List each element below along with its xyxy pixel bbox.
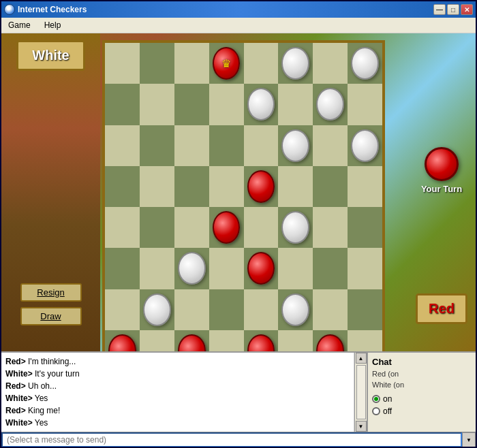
- chat-label: Chat: [372, 357, 472, 367]
- cell-7-6[interactable]: [313, 330, 348, 351]
- cell-5-1: [140, 248, 174, 289]
- cell-2-2: [174, 125, 209, 166]
- chat-messages: Red> I'm thinking...White> It's your tur…: [1, 353, 354, 432]
- menu-bar: Game Help: [1, 18, 476, 33]
- cell-7-2[interactable]: [174, 330, 209, 351]
- cell-0-5[interactable]: [278, 43, 313, 84]
- cell-6-1[interactable]: [140, 289, 174, 330]
- menu-help[interactable]: Help: [40, 19, 65, 31]
- cell-5-2[interactable]: [174, 248, 209, 289]
- cell-2-6: [313, 125, 348, 166]
- cell-4-5[interactable]: [278, 207, 313, 248]
- cell-5-4[interactable]: [244, 248, 279, 289]
- checker-1-4[interactable]: [247, 88, 275, 121]
- checker-4-3[interactable]: [213, 211, 241, 244]
- cell-1-1: [140, 84, 174, 125]
- your-turn-area: Your Turn: [421, 147, 462, 194]
- cell-0-3[interactable]: ♛: [209, 43, 244, 84]
- checker-2-5[interactable]: [281, 129, 309, 162]
- checker-5-4[interactable]: [247, 252, 275, 285]
- cell-6-7[interactable]: [348, 289, 382, 330]
- checkerboard[interactable]: ♛: [102, 40, 385, 351]
- checker-7-4[interactable]: [247, 334, 275, 351]
- cell-6-3[interactable]: [209, 289, 244, 330]
- checker-7-6[interactable]: [316, 334, 344, 351]
- chat-player-red: Red (on: [372, 370, 472, 378]
- cell-5-6[interactable]: [313, 248, 348, 289]
- window-title: Internet Checkers: [18, 5, 433, 14]
- cell-4-3[interactable]: [209, 207, 244, 248]
- board-container: ♛: [102, 40, 385, 351]
- cell-0-7[interactable]: [348, 43, 382, 84]
- radio-on-circle[interactable]: [372, 395, 380, 403]
- cell-0-1[interactable]: [140, 43, 174, 84]
- checker-0-7[interactable]: [351, 47, 379, 80]
- cell-4-0: [105, 207, 140, 248]
- cell-2-7[interactable]: [348, 125, 382, 166]
- cell-3-2[interactable]: [174, 166, 209, 207]
- radio-off-item[interactable]: off: [372, 406, 472, 416]
- radio-on-item[interactable]: on: [372, 394, 472, 404]
- cell-3-4[interactable]: [244, 166, 279, 207]
- cell-7-4[interactable]: [244, 330, 279, 351]
- cell-3-3: [209, 166, 244, 207]
- cell-2-1[interactable]: [140, 125, 174, 166]
- radio-on-label: on: [383, 394, 392, 404]
- close-button[interactable]: ✕: [461, 4, 473, 15]
- maximize-button[interactable]: □: [447, 4, 459, 15]
- cell-3-6[interactable]: [313, 166, 348, 207]
- checker-3-4[interactable]: [247, 170, 275, 203]
- cell-4-1[interactable]: [140, 207, 174, 248]
- menu-game[interactable]: Game: [4, 19, 35, 31]
- radio-off-circle[interactable]: [372, 407, 380, 415]
- cell-2-5[interactable]: [278, 125, 313, 166]
- checker-0-3[interactable]: ♛: [213, 47, 241, 80]
- chat-message: Red> I'm thinking...: [5, 355, 350, 368]
- bottom-area: Red> I'm thinking...White> It's your tur…: [1, 351, 476, 447]
- message-input[interactable]: [1, 432, 462, 447]
- cell-1-0[interactable]: [105, 84, 140, 125]
- checker-7-2[interactable]: [178, 334, 206, 351]
- minimize-button[interactable]: —: [433, 4, 446, 15]
- cell-3-0[interactable]: [105, 166, 140, 207]
- cell-4-2: [174, 207, 209, 248]
- cell-7-3: [209, 330, 244, 351]
- message-dropdown-button[interactable]: ▼: [462, 432, 476, 447]
- cell-1-4[interactable]: [244, 84, 279, 125]
- cell-6-0: [105, 289, 140, 330]
- cell-6-2: [174, 289, 209, 330]
- checker-6-1[interactable]: [143, 293, 171, 326]
- cell-5-5: [278, 248, 313, 289]
- scroll-up-button[interactable]: ▲: [356, 353, 367, 364]
- cell-6-5[interactable]: [278, 289, 313, 330]
- cell-0-6: [313, 43, 348, 84]
- cell-1-6[interactable]: [313, 84, 348, 125]
- resign-button[interactable]: Resign: [20, 283, 82, 302]
- checker-1-6[interactable]: [316, 88, 344, 121]
- checker-7-0[interactable]: [108, 334, 136, 351]
- red-label: Red: [416, 293, 467, 324]
- cell-7-0[interactable]: [105, 330, 140, 351]
- chat-message: Red> Uh oh...: [5, 380, 350, 392]
- cell-1-2[interactable]: [174, 84, 209, 125]
- checker-0-5[interactable]: [281, 47, 309, 80]
- main-content: White Resign Draw ♛ Your Turn Red: [1, 33, 476, 447]
- checker-6-5[interactable]: [281, 293, 309, 326]
- chat-message: White> Yes: [5, 392, 350, 404]
- scroll-down-button[interactable]: ▼: [356, 421, 367, 432]
- cell-1-5: [278, 84, 313, 125]
- cell-1-7: [348, 84, 382, 125]
- checker-5-2[interactable]: [178, 252, 206, 285]
- cell-0-2: [174, 43, 209, 84]
- cell-2-3[interactable]: [209, 125, 244, 166]
- cell-4-7[interactable]: [348, 207, 382, 248]
- cell-5-0[interactable]: [105, 248, 140, 289]
- window-controls: — □ ✕: [433, 4, 473, 15]
- cell-7-5: [278, 330, 313, 351]
- main-window: Internet Checkers — □ ✕ Game Help White …: [0, 0, 477, 448]
- cell-7-1: [140, 330, 174, 351]
- checker-4-5[interactable]: [281, 211, 309, 244]
- checker-2-7[interactable]: [351, 129, 379, 162]
- chat-message: Red> King me!: [5, 404, 350, 417]
- draw-button[interactable]: Draw: [20, 307, 82, 325]
